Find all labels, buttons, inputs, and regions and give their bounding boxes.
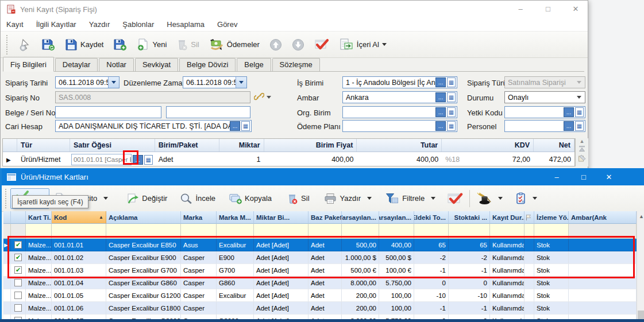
unchecked-checkbox-icon[interactable] bbox=[14, 292, 22, 299]
filter-varsayilan-2[interactable] bbox=[379, 224, 414, 239]
table-scrollbar[interactable]: ▲ bbox=[637, 211, 644, 322]
personel-lookup-button[interactable]: ... bbox=[564, 121, 574, 131]
menu-kayit[interactable]: Kayıt bbox=[6, 20, 24, 29]
header-checkbox[interactable] bbox=[11, 211, 26, 224]
cari-hesap-field[interactable]: ADA DANIŞMANLIK DIŞ TİCARET LTD. ŞTİ. [A… bbox=[55, 120, 252, 132]
siparis-no-field[interactable]: SAS.0008 bbox=[55, 91, 250, 103]
ambar-lookup-button[interactable]: ... bbox=[435, 92, 446, 102]
duzenleme-zamani-field[interactable]: 06.11.2018 09:56 bbox=[183, 76, 247, 88]
menu-gorev[interactable]: Görev bbox=[217, 20, 237, 29]
import-button[interactable]: İçeri Al bbox=[337, 37, 389, 53]
header-birim-fiyat[interactable]: Birim Fiyat bbox=[264, 139, 357, 152]
date-dropdown-icon[interactable] bbox=[108, 77, 119, 88]
maximize-button[interactable]: □ bbox=[574, 168, 593, 185]
minimize-button[interactable]: – bbox=[547, 168, 566, 185]
org-birim-field[interactable]: ... ▦ bbox=[342, 106, 457, 118]
paste-line-icon[interactable] bbox=[578, 154, 586, 162]
pointer-add-button[interactable] bbox=[17, 37, 34, 53]
wizard-button[interactable] bbox=[473, 190, 506, 207]
odeme-plani-lookup-button[interactable]: ... bbox=[435, 121, 446, 131]
header-marka[interactable]: Marka bbox=[181, 211, 217, 224]
tab-sevkiyat[interactable]: Sevkiyat bbox=[135, 58, 178, 71]
ambar-detail-button[interactable]: ▦ bbox=[447, 92, 456, 102]
header-kayit-durumu[interactable]: Kayıt Dur... bbox=[490, 211, 525, 224]
odeme-plani-detail-button[interactable]: ▦ bbox=[447, 121, 456, 131]
minimize-button[interactable]: – bbox=[511, 1, 530, 17]
filter-baz-paket[interactable] bbox=[308, 224, 342, 239]
depozito-dropdown-icon[interactable] bbox=[103, 197, 108, 200]
close-button[interactable]: ✕ bbox=[600, 168, 618, 185]
yetki-kodu-lookup-button[interactable]: ... bbox=[564, 107, 574, 117]
product-row[interactable]: ✔Malze...001.01.03Casper Excalibur G700C… bbox=[3, 264, 637, 277]
header-ambar[interactable]: Ambar(Ank bbox=[569, 211, 637, 224]
maximize-button[interactable]: □ bbox=[538, 1, 558, 17]
filter-miktar-birimi[interactable] bbox=[254, 224, 308, 239]
tab-belge-dovizi[interactable]: Belge Dövizi bbox=[179, 58, 236, 71]
incele-button[interactable]: İncele bbox=[177, 191, 218, 207]
wizard-dropdown-icon[interactable] bbox=[498, 197, 503, 200]
odeme-plani-field[interactable]: ... ▦ bbox=[342, 120, 457, 132]
scroll-up-icon[interactable]: ▲ bbox=[637, 211, 644, 221]
move-top-icon[interactable] bbox=[578, 145, 586, 153]
header-birim-paket[interactable]: Birim/Paket bbox=[155, 139, 219, 152]
personel-detail-button[interactable]: ▦ bbox=[575, 121, 584, 131]
durumu-dropdown[interactable]: Onaylı bbox=[504, 91, 585, 103]
is-birimi-lookup-button[interactable]: ... bbox=[435, 77, 446, 87]
menu-hesaplama[interactable]: Hesaplama bbox=[167, 20, 205, 29]
toolbar-gripper[interactable] bbox=[6, 35, 9, 55]
approve-button[interactable] bbox=[444, 190, 466, 207]
unchecked-checkbox-icon[interactable] bbox=[14, 279, 22, 286]
next-record-button[interactable] bbox=[290, 37, 307, 53]
save-refresh-button[interactable] bbox=[39, 37, 57, 53]
degistir-button[interactable]: Değiştir bbox=[124, 191, 170, 207]
order-window-titlebar[interactable]: Yeni Kayıt (Sipariş Fişi) – □ ✕ bbox=[1, 1, 588, 18]
delete-button[interactable]: Sil bbox=[174, 37, 201, 53]
seri-no-field[interactable] bbox=[166, 106, 250, 118]
yazdir-dropdown-icon[interactable] bbox=[367, 197, 372, 200]
save-button[interactable]: Kaydet bbox=[63, 37, 106, 53]
header-satir-ogesi[interactable]: Satır Öğesi bbox=[70, 139, 155, 152]
filter-aciklama[interactable] bbox=[106, 224, 181, 239]
checked-checkbox-icon[interactable]: ✔ bbox=[14, 266, 22, 274]
header-varsayilan-2[interactable]: Varsayılan... bbox=[379, 211, 414, 224]
is-birimi-field[interactable]: 1 - İç Anadolu Bölgesi [İç Anad ... ▦ bbox=[342, 76, 457, 88]
header-kdv[interactable]: KDV bbox=[442, 139, 534, 152]
header-baz-paket[interactable]: Baz Paket bbox=[308, 211, 342, 224]
yetki-kodu-detail-button[interactable]: ▦ bbox=[575, 107, 584, 117]
header-stoktaki-toplam[interactable]: Stoktaki ... bbox=[449, 211, 490, 224]
header-tur[interactable]: Tür bbox=[17, 139, 70, 152]
unchecked-checkbox-icon[interactable] bbox=[14, 304, 22, 312]
filter-eldeki-toplam[interactable] bbox=[414, 224, 449, 239]
tab-detaylar[interactable]: Detaylar bbox=[55, 58, 98, 71]
is-birimi-detail-button[interactable]: ▦ bbox=[447, 77, 456, 87]
header-flag[interactable] bbox=[525, 211, 534, 224]
order-line-row[interactable]: ▶ Ürün/Hizmet 001.01.01 [Casper Exca ...… bbox=[3, 152, 574, 167]
numbering-dropdown-icon[interactable] bbox=[267, 96, 271, 99]
filter-flag[interactable] bbox=[525, 224, 534, 239]
siparis-tarihi-field[interactable]: 06.11.2018 09:56 bbox=[55, 76, 119, 88]
approve-button[interactable] bbox=[312, 37, 331, 53]
prev-record-button[interactable] bbox=[267, 37, 284, 53]
checked-checkbox-icon[interactable]: ✔ bbox=[14, 241, 22, 249]
header-miktar-birimi[interactable]: Miktar Bi... bbox=[254, 211, 308, 224]
cell-satir-ogesi[interactable]: 001.01.01 [Casper Exca ... ▦ bbox=[70, 153, 155, 166]
checked-checkbox-icon[interactable]: ✔ bbox=[14, 254, 22, 261]
header-izleme-yontemi[interactable]: İzleme Yö... bbox=[534, 211, 569, 224]
product-row[interactable]: Malze...001.01.05Casper Excalibur G1200C… bbox=[3, 289, 637, 302]
menu-yazdir[interactable]: Yazdır bbox=[89, 20, 110, 29]
filter-stoktaki-toplam[interactable] bbox=[449, 224, 490, 239]
filter-ambar[interactable] bbox=[569, 224, 637, 239]
satir-ogesi-detail-button[interactable]: ▦ bbox=[144, 155, 153, 165]
filter-kayit-durumu[interactable] bbox=[490, 224, 525, 239]
filter-marka-modeli[interactable] bbox=[217, 224, 254, 239]
close-button[interactable]: ✕ bbox=[566, 1, 585, 17]
product-row[interactable]: ✔Malze...001.01.02Casper Excalibur E900C… bbox=[3, 251, 637, 264]
yazdir-button[interactable]: Yazdır bbox=[321, 191, 375, 207]
date-dropdown-icon[interactable] bbox=[236, 77, 246, 88]
row-checkbox[interactable] bbox=[11, 277, 26, 289]
header-eldeki-toplam[interactable]: Eldeki To... bbox=[414, 211, 449, 224]
checklist-dropdown-icon[interactable] bbox=[533, 197, 537, 200]
filter-izleme-yontemi[interactable] bbox=[534, 224, 569, 239]
cari-hesap-detail-button[interactable]: ▦ bbox=[241, 121, 250, 131]
tab-notlar[interactable]: Notlar bbox=[99, 58, 134, 71]
